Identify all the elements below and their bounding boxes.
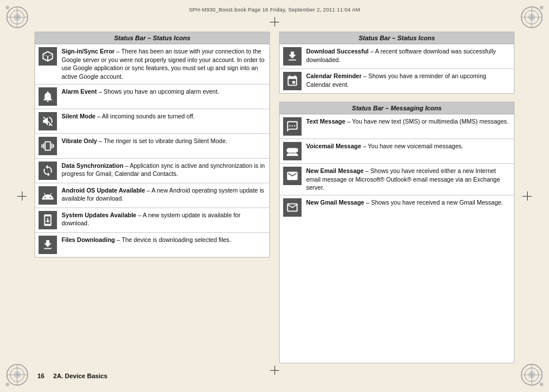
files-downloading-icon	[39, 236, 57, 254]
download-success-text: Download Successful – A recent software …	[306, 47, 510, 64]
svg-point-23	[540, 383, 543, 386]
silent-mode-icon	[39, 112, 57, 130]
table-row: Download Successful – A recent software …	[280, 44, 514, 69]
page-number: 16	[37, 372, 44, 379]
data-sync-bold: Data Synchronization	[62, 162, 123, 169]
corner-decoration-tl	[5, 5, 30, 30]
table-row: Data Synchronization – Application sync …	[35, 159, 269, 183]
table-row: Files Downloading – The device is downlo…	[35, 233, 269, 257]
crosshair-bottom	[270, 366, 279, 375]
signin-sync-text: Sign-in/Sync Error – There has been an i…	[62, 47, 266, 81]
files-downloading-text: Files Downloading – The device is downlo…	[62, 236, 266, 244]
table-row: Vibrate Only – The ringer is set to vibr…	[35, 134, 269, 159]
download-success-bold: Download Successful	[306, 48, 369, 55]
calendar-reminder-bold: Calendar Reminder	[306, 72, 361, 79]
signin-sync-icon	[39, 47, 57, 66]
svg-point-5	[6, 6, 9, 9]
table-row: Silent Mode – All incoming sounds are tu…	[35, 109, 269, 134]
text-message-bold: Text Message	[306, 118, 345, 125]
system-update-text: System Updates Available – A new system …	[62, 211, 266, 228]
crosshair-top	[270, 17, 279, 26]
silent-mode-text: Silent Mode – All incoming sounds are tu…	[62, 112, 266, 121]
table-row: Android OS Update Available – A new Andr…	[35, 183, 269, 208]
text-message-icon	[283, 117, 302, 136]
vibrate-only-icon	[39, 137, 57, 155]
email-message-bold: New Email Message	[306, 167, 364, 174]
data-sync-text: Data Synchronization – Application sync …	[62, 162, 266, 178]
alarm-event-text: Alarm Event – Shows you have an upcoming…	[62, 87, 266, 96]
android-update-icon	[39, 186, 57, 205]
header-text: SPH-M930_Boost.book Page 16 Friday, Sept…	[40, 7, 509, 13]
corner-decoration-br	[519, 362, 544, 387]
voicemail-icon	[283, 142, 302, 160]
voicemail-text: Voicemail Message – You have new voicema…	[306, 142, 510, 151]
right-messaging-table: Status Bar – Messaging Icons Text Messag…	[279, 102, 514, 363]
table-row: Sign-in/Sync Error – There has been an i…	[35, 44, 269, 84]
svg-point-26	[294, 125, 295, 126]
left-status-table: Status Bar – Status Icons Sign-in/Sync E…	[35, 32, 270, 258]
right-status-table: Status Bar – Status Icons Download Succe…	[279, 32, 514, 94]
alarm-icon	[39, 87, 57, 106]
table-row: Calendar Reminder – Shows you have a rem…	[280, 69, 514, 93]
svg-point-17	[6, 383, 9, 386]
download-success-icon	[283, 47, 302, 66]
android-update-text: Android OS Update Available – A new Andr…	[62, 186, 266, 203]
text-message-text: Text Message – You have new text (SMS) o…	[306, 117, 510, 126]
crosshair-left	[17, 191, 26, 201]
right-status-table-header: Status Bar – Status Icons	[280, 32, 514, 44]
gmail-message-icon	[283, 198, 302, 217]
data-sync-icon	[39, 162, 57, 180]
android-update-bold: Android OS Update Available	[62, 187, 145, 194]
email-message-icon	[283, 167, 302, 185]
files-downloading-bold: Files Downloading	[62, 236, 115, 243]
table-row: System Updates Available – A new system …	[35, 208, 269, 233]
table-row: New Email Message – Shows you have recei…	[280, 164, 514, 195]
table-row: Voicemail Message – You have new voicema…	[280, 139, 514, 164]
right-messaging-table-header: Status Bar – Messaging Icons	[280, 102, 514, 114]
vibrate-only-bold: Vibrate Only	[62, 137, 97, 144]
calendar-reminder-text: Calendar Reminder – Shows you have a rem…	[306, 72, 510, 89]
svg-point-25	[292, 125, 293, 126]
left-column: Status Bar – Status Icons Sign-in/Sync E…	[35, 32, 270, 363]
vibrate-only-text: Vibrate Only – The ringer is set to vibr…	[62, 137, 266, 145]
content-area: Status Bar – Status Icons Sign-in/Sync E…	[35, 32, 514, 363]
chapter-label: 2A. Device Basics	[54, 372, 108, 379]
gmail-message-text: New Gmail Message – Shows you have recei…	[306, 198, 510, 207]
gmail-message-bold: New Gmail Message	[306, 199, 364, 206]
email-message-text: New Email Message – Shows you have recei…	[306, 167, 510, 192]
calendar-reminder-icon	[283, 72, 302, 90]
corner-decoration-tr	[519, 5, 544, 30]
signin-sync-bold: Sign-in/Sync Error	[62, 48, 115, 55]
svg-point-11	[540, 6, 543, 9]
system-update-bold: System Updates Available	[62, 212, 136, 218]
alarm-event-bold: Alarm Event	[62, 88, 97, 95]
voicemail-bold: Voicemail Message	[306, 143, 361, 149]
corner-decoration-bl	[5, 362, 30, 387]
silent-mode-bold: Silent Mode	[62, 113, 96, 120]
system-update-icon	[39, 211, 57, 229]
table-row: New Gmail Message – Shows you have recei…	[280, 195, 514, 220]
right-column: Status Bar – Status Icons Download Succe…	[279, 32, 514, 363]
table-row: Alarm Event – Shows you have an upcoming…	[35, 84, 269, 109]
svg-point-24	[289, 125, 291, 126]
footer-page-chapter: 16 2A. Device Basics	[37, 372, 108, 379]
table-row: Text Message – You have new text (SMS) o…	[280, 114, 514, 139]
left-table-header: Status Bar – Status Icons	[35, 32, 269, 44]
crosshair-right	[523, 191, 532, 201]
